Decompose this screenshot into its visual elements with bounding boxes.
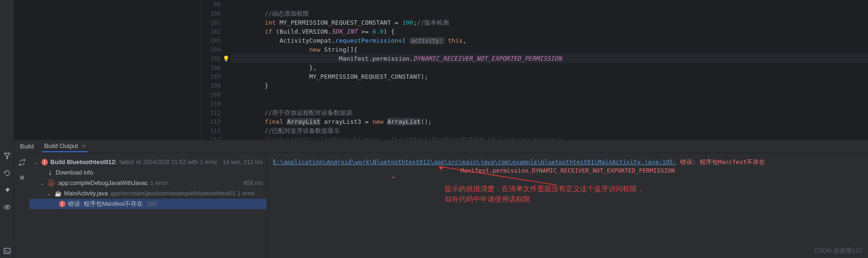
root-time: 14 sec, 212 ms <box>223 159 263 166</box>
output-caret: ^ <box>273 175 862 184</box>
file-path: app\src\main\java\com\example\bluetootht… <box>110 190 255 197</box>
task-time: 858 ms <box>243 180 263 186</box>
svg-rect-4 <box>4 249 10 254</box>
task-label: :app:compileDebugJavaWithJavac <box>57 180 148 186</box>
build-output[interactable]: E:\application\Android\work\Bluetoothtes… <box>267 153 868 258</box>
download-icon: ⭳ <box>47 169 53 176</box>
error-file-link[interactable]: E:\application\Android\work\Bluetoothtes… <box>273 158 676 166</box>
annotation-text-2: 却在代码中申请使用该权限 <box>445 195 530 203</box>
build-panel: Build Build Output ✕ ⌄ ! Build Bluetooth… <box>14 139 868 258</box>
filter-icon[interactable] <box>3 152 11 160</box>
tab-build-output-label: Build Output <box>44 142 78 149</box>
tab-build-output[interactable]: Build Output ✕ <box>42 140 88 152</box>
pin-icon[interactable] <box>3 186 11 194</box>
line-gutter: 💡 99100101102103104105106107108109110111… <box>202 0 231 139</box>
rerun-icon[interactable] <box>3 169 11 177</box>
sync-icon[interactable] <box>18 158 26 166</box>
tree-row-task[interactable]: ⌄ ⊘ :app:compileDebugJavaWithJavac 1 err… <box>29 178 267 188</box>
build-toolbar <box>14 153 29 258</box>
tree-row-root[interactable]: ⌄ ! Build Bluetoothtest012: failed At 20… <box>29 157 267 167</box>
error-icon: ! <box>59 201 65 207</box>
chevron-down-icon[interactable]: ⌄ <box>32 160 39 165</box>
tree-row-download[interactable]: ⭳ Download info <box>29 167 267 178</box>
task-suffix: 1 error <box>150 180 168 186</box>
stop-icon[interactable] <box>18 173 26 182</box>
intention-bulb-icon[interactable]: 💡 <box>223 55 230 64</box>
svg-point-0 <box>6 207 8 208</box>
chevron-down-icon[interactable]: ⌄ <box>46 191 52 196</box>
java-file-icon: ☕ <box>55 190 62 197</box>
editor-left-margin <box>14 0 202 139</box>
download-label: Download info <box>56 169 93 176</box>
root-info: At 2024/3/28 21:52 with 1 error <box>136 159 217 166</box>
root-label: Build Bluetoothtest012: <box>50 159 117 166</box>
error-line: :105 <box>145 201 157 207</box>
root-status: failed <box>119 159 133 166</box>
tab-build[interactable]: Build <box>18 141 36 152</box>
main-area: 💡 99100101102103104105106107108109110111… <box>14 0 868 258</box>
build-tree: ⌄ ! Build Bluetoothtest012: failed At 20… <box>29 153 267 258</box>
error-message: 错误: 程序包Manifest不存在 <box>680 158 765 166</box>
code-area[interactable]: //动态添加权限 int MY_PERMISSION_REQUEST_CONST… <box>231 0 868 139</box>
watermark: CSDN @唐墨123 <box>814 247 862 255</box>
tree-row-error[interactable]: ! 错误: 程序包Manifest不存在 :105 <box>29 199 267 209</box>
build-tabs: Build Build Output ✕ <box>14 140 868 153</box>
terminal-icon[interactable] <box>0 244 14 258</box>
build-body: ⌄ ! Build Bluetoothtest012: failed At 20… <box>14 153 868 258</box>
chevron-down-icon[interactable]: ⌄ <box>39 181 46 186</box>
left-tool-strip <box>0 0 14 258</box>
close-icon[interactable]: ✕ <box>82 143 86 149</box>
output-line-1: E:\application\Android\work\Bluetoothtes… <box>273 158 862 166</box>
task-error-icon: ⊘ <box>48 180 55 186</box>
file-label: MainActivity.java <box>64 190 108 197</box>
output-line-2: Manifest.permission.DYNAMIC_RECEIVER_NOT… <box>273 166 862 175</box>
error-icon: ! <box>41 159 48 166</box>
svg-rect-1 <box>20 175 24 179</box>
tree-row-file[interactable]: ⌄ ☕ MainActivity.java app\src\main\java\… <box>29 188 267 199</box>
annotation-text-1: 提示的就很清楚：在清单文件里面没有定义这个蓝牙访问权限， <box>445 184 644 193</box>
error-label: 错误: 程序包Manifest不存在 <box>68 200 143 208</box>
editor-area: 💡 99100101102103104105106107108109110111… <box>14 0 868 139</box>
show-icon[interactable] <box>3 203 11 212</box>
